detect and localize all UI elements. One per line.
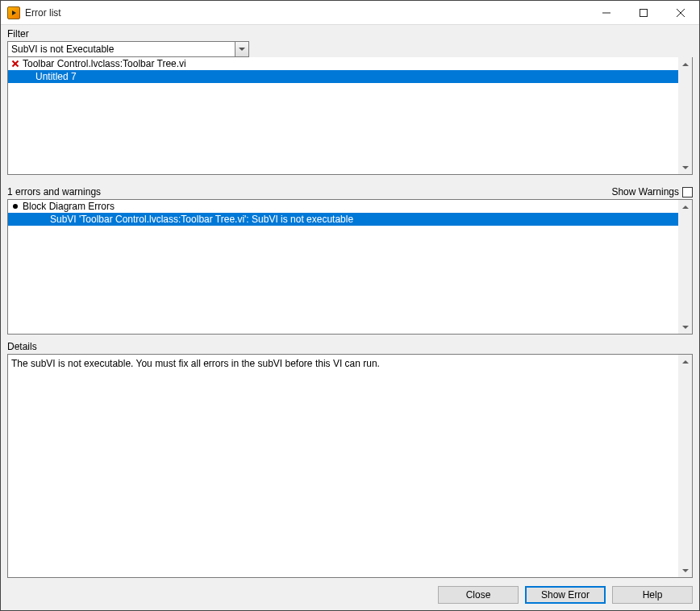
chevron-down-icon[interactable]: [235, 42, 248, 56]
minimize-button[interactable]: [588, 1, 625, 25]
dialog-button-row: Close Show Error Help: [7, 586, 693, 604]
scroll-up-icon[interactable]: [678, 200, 692, 214]
errors-count-label: 1 errors and warnings: [7, 186, 101, 197]
filter-label: Filter: [7, 28, 693, 39]
list-item-label: Block Diagram Errors: [23, 200, 115, 213]
filter-dropdown[interactable]: SubVI is not Executable: [7, 41, 249, 57]
maximize-button[interactable]: [625, 1, 662, 25]
help-button[interactable]: Help: [612, 586, 693, 604]
title-bar: Error list: [1, 1, 699, 25]
scroll-down-icon[interactable]: [678, 320, 692, 334]
labview-icon: [7, 6, 20, 19]
list-item[interactable]: Block Diagram Errors: [8, 200, 678, 213]
error-x-icon: [11, 60, 19, 68]
scrollbar[interactable]: [678, 200, 692, 334]
errors-and-warnings-list[interactable]: Block Diagram Errors SubVI 'Toolbar Cont…: [7, 199, 693, 335]
scrollbar[interactable]: [678, 57, 692, 174]
list-item[interactable]: Toolbar Control.lvclass:Toolbar Tree.vi: [8, 57, 678, 70]
filter-value: SubVI is not Executable: [11, 44, 114, 55]
window-title: Error list: [25, 7, 61, 19]
scroll-up-icon[interactable]: [678, 57, 692, 71]
details-text: The subVI is not executable. You must fi…: [8, 355, 692, 372]
show-error-button[interactable]: Show Error: [525, 586, 606, 604]
items-with-errors-list[interactable]: Toolbar Control.lvclass:Toolbar Tree.vi …: [7, 57, 693, 175]
scroll-up-icon[interactable]: [678, 355, 692, 368]
show-warnings-checkbox[interactable]: [682, 187, 693, 197]
list-item-label: Untitled 7: [35, 70, 77, 83]
list-item-label: SubVI 'Toolbar Control.lvclass:Toolbar T…: [50, 213, 353, 226]
close-button[interactable]: Close: [438, 586, 519, 604]
bullet-icon: [13, 204, 18, 209]
details-pane: The subVI is not executable. You must fi…: [7, 354, 693, 578]
scroll-down-icon[interactable]: [678, 563, 692, 577]
svg-rect-1: [640, 9, 648, 16]
list-item[interactable]: SubVI 'Toolbar Control.lvclass:Toolbar T…: [8, 213, 678, 226]
list-item-label: Toolbar Control.lvclass:Toolbar Tree.vi: [23, 57, 186, 70]
close-window-button[interactable]: [662, 1, 699, 25]
scrollbar[interactable]: [678, 355, 692, 577]
list-item[interactable]: Untitled 7: [8, 70, 678, 83]
show-warnings-label: Show Warnings: [611, 186, 679, 197]
details-label: Details: [7, 341, 693, 352]
scroll-down-icon[interactable]: [678, 160, 692, 174]
